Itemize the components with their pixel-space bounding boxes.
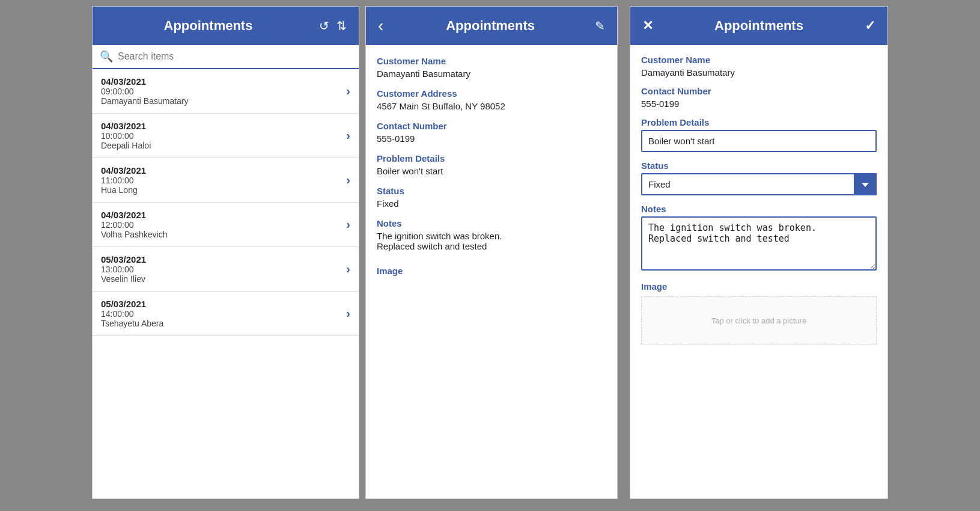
- status-value: Fixed: [377, 198, 606, 209]
- status-select-wrapper: FixedPendingIn ProgressCancelled: [641, 173, 877, 195]
- right-panel-title: Appointments: [657, 18, 861, 34]
- edit-button[interactable]: ✎: [591, 16, 609, 35]
- list-item[interactable]: 05/03/2021 14:00:00 Tsehayetu Abera ›: [93, 292, 359, 336]
- problem-details-input[interactable]: [641, 130, 877, 152]
- appointments-detail-panel: ‹ Appointments ✎ Customer Name Damayanti…: [365, 6, 618, 499]
- right-status-label: Status: [641, 161, 877, 171]
- save-button[interactable]: ✓: [861, 16, 879, 36]
- search-icon: 🔍: [100, 50, 113, 63]
- right-customer-name-label: Customer Name: [641, 55, 877, 65]
- edit-content: Customer Name Damayanti Basumatary Conta…: [630, 45, 887, 498]
- chevron-right-icon: ›: [346, 129, 350, 142]
- list-item-time: 10:00:00: [101, 131, 346, 141]
- list-item-name: Tsehayetu Abera: [101, 319, 346, 328]
- right-notes-label: Notes: [641, 204, 877, 214]
- close-button[interactable]: ✕: [639, 16, 657, 36]
- sort-button[interactable]: ⇅: [333, 16, 350, 35]
- list-item-time: 13:00:00: [101, 265, 346, 274]
- list-item-content: 05/03/2021 13:00:00 Veselin Iliev: [101, 254, 346, 284]
- list-item-content: 04/03/2021 12:00:00 Volha Pashkevich: [101, 210, 346, 239]
- appointments-list-panel: Appointments ↺ ⇅ 🔍 04/03/2021 09:00:00 D…: [92, 6, 359, 499]
- list-item-date: 05/03/2021: [101, 299, 346, 309]
- mid-panel-title: Appointments: [389, 18, 591, 34]
- list-item[interactable]: 04/03/2021 12:00:00 Volha Pashkevich ›: [93, 203, 359, 247]
- right-customer-name-value: Damayanti Basumatary: [641, 67, 877, 78]
- customer-name-label: Customer Name: [377, 56, 606, 66]
- mid-panel-header: ‹ Appointments ✎: [366, 7, 617, 45]
- list-item-date: 04/03/2021: [101, 165, 346, 176]
- list-item-time: 09:00:00: [101, 87, 346, 96]
- image-label: Image: [377, 266, 606, 276]
- contact-number-label: Contact Number: [377, 121, 606, 131]
- search-bar: 🔍: [93, 45, 359, 69]
- right-contact-number-value: 555-0199: [641, 99, 877, 109]
- right-image-label: Image: [641, 281, 877, 292]
- customer-address-value: 4567 Main St Buffalo, NY 98052: [377, 101, 606, 111]
- list-item-name: Veselin Iliev: [101, 274, 346, 284]
- list-item-content: 05/03/2021 14:00:00 Tsehayetu Abera: [101, 299, 346, 328]
- detail-content: Customer Name Damayanti Basumatary Custo…: [366, 45, 617, 498]
- customer-address-label: Customer Address: [377, 88, 606, 99]
- image-upload-area[interactable]: Tap or click to add a picture: [641, 296, 877, 344]
- list-item-date: 05/03/2021: [101, 254, 346, 265]
- notes-label: Notes: [377, 218, 606, 228]
- list-item-date: 04/03/2021: [101, 76, 346, 87]
- list-item-time: 14:00:00: [101, 309, 346, 319]
- list-item-name: Volha Pashkevich: [101, 230, 346, 239]
- problem-details-label: Problem Details: [377, 153, 606, 164]
- list-item[interactable]: 04/03/2021 09:00:00 Damayanti Basumatary…: [93, 69, 359, 114]
- list-item[interactable]: 04/03/2021 11:00:00 Hua Long ›: [93, 158, 359, 203]
- right-contact-number-label: Contact Number: [641, 86, 877, 96]
- list-item-date: 04/03/2021: [101, 121, 346, 131]
- list-item-name: Damayanti Basumatary: [101, 96, 346, 106]
- status-select[interactable]: FixedPendingIn ProgressCancelled: [641, 173, 877, 195]
- chevron-right-icon: ›: [346, 307, 350, 320]
- chevron-right-icon: ›: [346, 84, 350, 98]
- left-panel-title: Appointments: [101, 18, 315, 34]
- chevron-right-icon: ›: [346, 262, 350, 276]
- list-item-content: 04/03/2021 10:00:00 Deepali Haloi: [101, 121, 346, 150]
- right-problem-details-label: Problem Details: [641, 117, 877, 127]
- list-item-content: 04/03/2021 11:00:00 Hua Long: [101, 165, 346, 195]
- list-item-time: 12:00:00: [101, 220, 346, 230]
- notes-value: The ignition switch was broken. Replaced…: [377, 231, 606, 251]
- notes-textarea[interactable]: [641, 216, 877, 271]
- list-item-date: 04/03/2021: [101, 210, 346, 220]
- list-item-time: 11:00:00: [101, 176, 346, 185]
- refresh-button[interactable]: ↺: [315, 16, 333, 35]
- search-input[interactable]: [118, 51, 352, 62]
- list-item-content: 04/03/2021 09:00:00 Damayanti Basumatary: [101, 76, 346, 106]
- contact-number-value: 555-0199: [377, 133, 606, 144]
- right-panel-header: ✕ Appointments ✓: [630, 7, 887, 45]
- list-item[interactable]: 04/03/2021 10:00:00 Deepali Haloi ›: [93, 114, 359, 158]
- chevron-right-icon: ›: [346, 218, 350, 231]
- list-item-name: Deepali Haloi: [101, 141, 346, 150]
- image-placeholder-text: Tap or click to add a picture: [711, 316, 806, 325]
- left-panel-header: Appointments ↺ ⇅: [93, 7, 359, 45]
- list-item-name: Hua Long: [101, 185, 346, 195]
- status-label: Status: [377, 186, 606, 196]
- appointments-list: 04/03/2021 09:00:00 Damayanti Basumatary…: [93, 69, 359, 336]
- back-button[interactable]: ‹: [374, 14, 387, 38]
- problem-details-value: Boiler won't start: [377, 166, 606, 176]
- customer-name-value: Damayanti Basumatary: [377, 69, 606, 79]
- chevron-right-icon: ›: [346, 173, 350, 187]
- appointments-edit-panel: ✕ Appointments ✓ Customer Name Damayanti…: [630, 6, 888, 499]
- list-item[interactable]: 05/03/2021 13:00:00 Veselin Iliev ›: [93, 247, 359, 292]
